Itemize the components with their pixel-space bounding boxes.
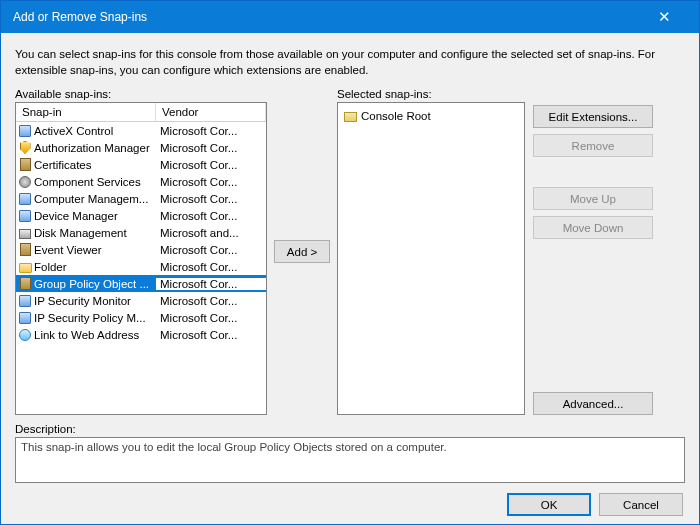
list-item-name: Computer Managem... bbox=[34, 193, 156, 205]
list-item-vendor: Microsoft Cor... bbox=[156, 295, 266, 307]
middle-column: Add > bbox=[275, 88, 329, 415]
list-item-vendor: Microsoft and... bbox=[156, 227, 266, 239]
move-down-button[interactable]: Move Down bbox=[533, 216, 653, 239]
list-item[interactable]: FolderMicrosoft Cor... bbox=[16, 258, 266, 275]
list-item[interactable]: Component ServicesMicrosoft Cor... bbox=[16, 173, 266, 190]
list-item-vendor: Microsoft Cor... bbox=[156, 278, 266, 290]
list-item-name: Event Viewer bbox=[34, 244, 156, 256]
edit-extensions-button[interactable]: Edit Extensions... bbox=[533, 105, 653, 128]
list-item-vendor: Microsoft Cor... bbox=[156, 210, 266, 222]
list-item[interactable]: Disk ManagementMicrosoft and... bbox=[16, 224, 266, 241]
selected-tree: Console Root bbox=[338, 103, 524, 414]
list-item[interactable]: IP Security MonitorMicrosoft Cor... bbox=[16, 292, 266, 309]
available-label: Available snap-ins: bbox=[15, 88, 267, 100]
list-item-name: Authorization Manager bbox=[34, 142, 156, 154]
description-area: Description: This snap-in allows you to … bbox=[15, 423, 685, 483]
spacer bbox=[533, 163, 685, 181]
right-buttons-column: Edit Extensions... Remove Move Up Move D… bbox=[533, 88, 685, 415]
cancel-button[interactable]: Cancel bbox=[599, 493, 683, 516]
advanced-button[interactable]: Advanced... bbox=[533, 392, 653, 415]
gen-icon bbox=[16, 193, 34, 205]
move-up-button[interactable]: Move Up bbox=[533, 187, 653, 210]
list-item-vendor: Microsoft Cor... bbox=[156, 125, 266, 137]
tree-root-label: Console Root bbox=[361, 110, 431, 122]
available-column: Available snap-ins: Snap-in Vendor Activ… bbox=[15, 88, 267, 415]
dialog-buttons: OK Cancel bbox=[15, 493, 685, 516]
list-item-name: Component Services bbox=[34, 176, 156, 188]
folder-icon bbox=[344, 112, 357, 122]
tree-root-item[interactable]: Console Root bbox=[344, 107, 518, 124]
spacer bbox=[533, 245, 685, 386]
shield-icon bbox=[16, 141, 34, 154]
book-icon bbox=[16, 277, 34, 290]
list-item-name: ActiveX Control bbox=[34, 125, 156, 137]
list-item-vendor: Microsoft Cor... bbox=[156, 142, 266, 154]
list-item-vendor: Microsoft Cor... bbox=[156, 159, 266, 171]
description-box: This snap-in allows you to edit the loca… bbox=[15, 437, 685, 483]
list-item-name: Group Policy Object ... bbox=[34, 278, 156, 290]
list-item[interactable]: IP Security Policy M...Microsoft Cor... bbox=[16, 309, 266, 326]
description-label: Description: bbox=[15, 423, 685, 435]
selected-listbox[interactable]: Console Root bbox=[337, 102, 525, 415]
list-item-vendor: Microsoft Cor... bbox=[156, 329, 266, 341]
header-snapin[interactable]: Snap-in bbox=[16, 103, 156, 121]
list-item-name: IP Security Policy M... bbox=[34, 312, 156, 324]
gen-icon bbox=[16, 312, 34, 324]
list-item[interactable]: CertificatesMicrosoft Cor... bbox=[16, 156, 266, 173]
list-item[interactable]: Event ViewerMicrosoft Cor... bbox=[16, 241, 266, 258]
list-item-name: Disk Management bbox=[34, 227, 156, 239]
list-item-vendor: Microsoft Cor... bbox=[156, 193, 266, 205]
folder-icon bbox=[16, 261, 34, 273]
list-item[interactable]: ActiveX ControlMicrosoft Cor... bbox=[16, 122, 266, 139]
book-icon bbox=[16, 158, 34, 171]
dialog-window: Add or Remove Snap-ins ✕ You can select … bbox=[0, 0, 700, 525]
list-item-vendor: Microsoft Cor... bbox=[156, 244, 266, 256]
list-item-vendor: Microsoft Cor... bbox=[156, 261, 266, 273]
gen-icon bbox=[16, 295, 34, 307]
disk-icon bbox=[16, 227, 34, 239]
list-item-name: Device Manager bbox=[34, 210, 156, 222]
window-title: Add or Remove Snap-ins bbox=[13, 10, 641, 24]
ok-button[interactable]: OK bbox=[507, 493, 591, 516]
list-item[interactable]: Device ManagerMicrosoft Cor... bbox=[16, 207, 266, 224]
list-item[interactable]: Computer Managem...Microsoft Cor... bbox=[16, 190, 266, 207]
list-item[interactable]: Link to Web AddressMicrosoft Cor... bbox=[16, 326, 266, 343]
available-listbox[interactable]: Snap-in Vendor ActiveX ControlMicrosoft … bbox=[15, 102, 267, 415]
intro-text: You can select snap-ins for this console… bbox=[15, 47, 685, 78]
header-vendor[interactable]: Vendor bbox=[156, 103, 266, 121]
gear-icon bbox=[16, 176, 34, 188]
link-icon bbox=[16, 329, 34, 341]
gen-icon bbox=[16, 210, 34, 222]
add-button[interactable]: Add > bbox=[274, 240, 330, 263]
available-header: Snap-in Vendor bbox=[16, 103, 266, 122]
remove-button[interactable]: Remove bbox=[533, 134, 653, 157]
list-item-name: Certificates bbox=[34, 159, 156, 171]
list-item[interactable]: Authorization ManagerMicrosoft Cor... bbox=[16, 139, 266, 156]
list-item[interactable]: Group Policy Object ...Microsoft Cor... bbox=[16, 275, 266, 292]
selected-column: Selected snap-ins: Console Root bbox=[337, 88, 525, 415]
main-row: Available snap-ins: Snap-in Vendor Activ… bbox=[15, 88, 685, 415]
list-item-vendor: Microsoft Cor... bbox=[156, 176, 266, 188]
list-item-name: Link to Web Address bbox=[34, 329, 156, 341]
close-icon[interactable]: ✕ bbox=[641, 8, 687, 26]
available-list-body[interactable]: ActiveX ControlMicrosoft Cor...Authoriza… bbox=[16, 122, 266, 414]
gen-icon bbox=[16, 125, 34, 137]
dialog-content: You can select snap-ins for this console… bbox=[1, 33, 699, 524]
list-item-vendor: Microsoft Cor... bbox=[156, 312, 266, 324]
list-item-name: IP Security Monitor bbox=[34, 295, 156, 307]
selected-label: Selected snap-ins: bbox=[337, 88, 525, 100]
book-icon bbox=[16, 243, 34, 256]
list-item-name: Folder bbox=[34, 261, 156, 273]
titlebar: Add or Remove Snap-ins ✕ bbox=[1, 1, 699, 33]
